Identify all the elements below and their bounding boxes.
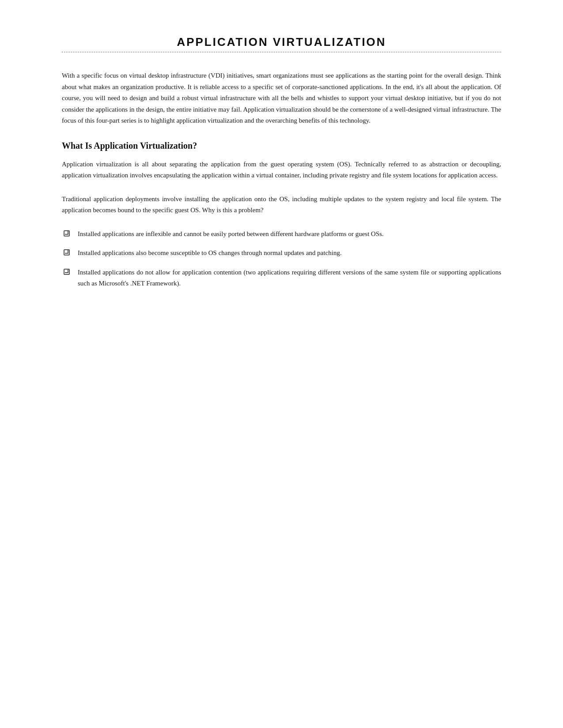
bullet-icon-3 [62, 268, 72, 276]
page-container: APPLICATION VIRTUALIZATION With a specif… [0, 0, 563, 728]
section1-paragraph1: Application virtualization is all about … [62, 159, 501, 181]
list-item: Installed applications are inflexible an… [62, 229, 501, 240]
intro-paragraph: With a specific focus on virtual desktop… [62, 70, 501, 127]
bullet-text-3: Installed applications do not allow for … [78, 267, 501, 289]
list-item: Installed applications also become susce… [62, 248, 501, 259]
bullet-text-1: Installed applications are inflexible an… [78, 229, 501, 240]
section1-paragraph2: Traditional application deployments invo… [62, 194, 501, 216]
bullet-icon-2 [62, 248, 72, 256]
checkbox-icon [64, 269, 70, 275]
bullet-list: Installed applications are inflexible an… [62, 229, 501, 289]
checkbox-icon [64, 230, 70, 236]
bullet-icon-1 [62, 229, 72, 237]
bullet-text-2: Installed applications also become susce… [78, 248, 501, 259]
section1-heading: What Is Application Virtualization? [62, 141, 501, 151]
page-title: APPLICATION VIRTUALIZATION [62, 35, 501, 53]
checkbox-icon [64, 249, 70, 255]
list-item: Installed applications do not allow for … [62, 267, 501, 289]
